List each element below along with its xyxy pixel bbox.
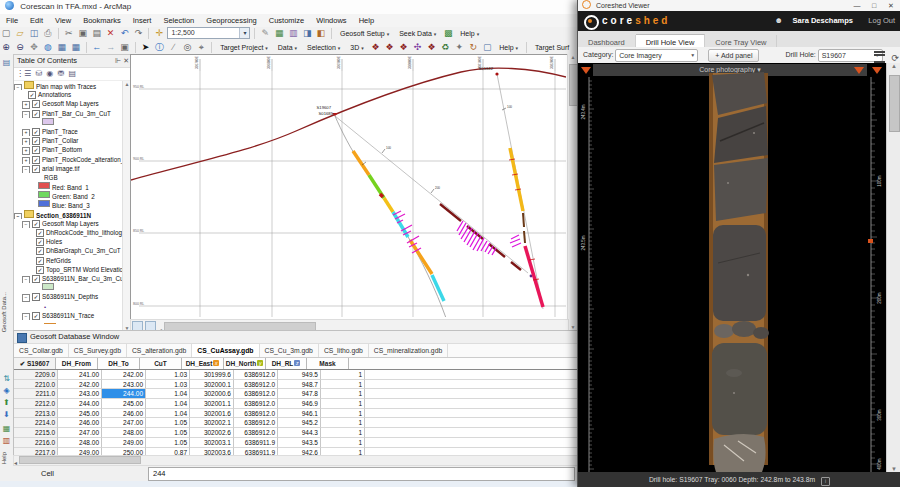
full-extent-icon[interactable]: ◍	[42, 41, 54, 53]
cell-depth[interactable]: 2210.0	[14, 380, 58, 390]
goto-xy-icon[interactable]: ⌖	[195, 41, 207, 53]
maximize-icon[interactable]: □	[867, 0, 881, 11]
menu-item[interactable]: Windows	[310, 14, 352, 27]
table-icon[interactable]: ▦	[273, 27, 285, 39]
db-grid-icon[interactable]: ▦	[1, 424, 12, 434]
table-row[interactable]: 2210.0 242.00 243.00 1.03 302000.1 63869…	[14, 380, 578, 390]
3d-menu[interactable]: 3D ▾	[346, 41, 367, 55]
menu-item[interactable]: Customize	[263, 14, 310, 27]
col-header-east[interactable]: DH_Eastx	[182, 358, 224, 369]
drillhole-select[interactable]: S19607▼	[818, 49, 883, 62]
target-section-icon[interactable]: ❖	[384, 41, 396, 53]
menu-item[interactable]: Edit	[24, 14, 49, 27]
cell-rl[interactable]: 946.1	[278, 409, 321, 419]
cell-east[interactable]: 301999.6	[190, 370, 234, 380]
menu-item[interactable]: Selection	[157, 14, 200, 27]
cell-to[interactable]: 242.00	[102, 370, 146, 380]
collar-point-s01642[interactable]	[495, 72, 498, 75]
cell-mask[interactable]: 1	[321, 438, 365, 448]
undo-icon[interactable]: ↶	[119, 27, 131, 39]
close-icon[interactable]: ✕	[884, 0, 898, 11]
magnifier-icon[interactable]: ▣	[119, 41, 131, 53]
cell-rl[interactable]: 947.8	[278, 389, 321, 399]
copy-icon[interactable]: ▣	[77, 27, 89, 39]
open-folder-icon[interactable]: ▱	[14, 27, 26, 39]
toc-header[interactable]: Table Of Contents ✕ ⊩	[14, 55, 131, 68]
cell-east[interactable]: 302002.6	[190, 428, 234, 438]
cell-rl[interactable]: 949.5	[278, 370, 321, 380]
menu-item[interactable]: View	[49, 14, 77, 27]
data-menu[interactable]: Data ▾	[274, 41, 301, 55]
plant-bar-swatch[interactable]	[14, 118, 123, 127]
menu-item[interactable]: File	[0, 14, 24, 27]
selection-menu[interactable]: Selection ▾	[303, 41, 344, 55]
geosoft-data-vertical-tab[interactable]: Geosoft Data...	[1, 292, 7, 332]
cell-north[interactable]: 6386912.0	[234, 399, 278, 409]
cell-mask[interactable]: 1	[321, 389, 365, 399]
db-tab[interactable]: CS_alteration.gdb	[127, 344, 192, 357]
db-window-titlebar[interactable]: Geosoft Database Window	[14, 331, 578, 344]
layer-section-bar[interactable]: −✓S6386911N_Bar_Cu_3m_CuT	[14, 274, 123, 283]
layer-plant-bottom[interactable]: +✓PlanT_Bottom	[14, 145, 123, 154]
cell-rl[interactable]: 945.2	[278, 418, 321, 428]
catalog-icon[interactable]: ▥	[287, 27, 299, 39]
table-row[interactable]: 2211.0 243.00 244.00 1.04 302000.6 63869…	[14, 389, 578, 399]
db-tab[interactable]: CS_litho.gdb	[319, 344, 369, 357]
col-header-north[interactable]: DH_Northy	[224, 358, 266, 369]
cell-mask[interactable]: 1	[321, 428, 365, 438]
fixed-zoom-in-icon[interactable]: ▦	[56, 41, 68, 53]
cell-depth[interactable]: 2216.0	[14, 438, 58, 448]
cell-east[interactable]: 302001.6	[190, 409, 234, 419]
col-header-hole[interactable]: ✔ S19607	[14, 358, 56, 369]
table-row[interactable]: 2209.0 241.00 242.00 1.03 301999.6 63869…	[14, 370, 578, 380]
layer-plant-collar[interactable]: +✓PlanT_Collar	[14, 136, 123, 145]
current-position-marker[interactable]	[868, 239, 873, 243]
cell-from[interactable]: 247.00	[58, 428, 102, 438]
cell-depth[interactable]: 2215.0	[14, 428, 58, 438]
cell-cut[interactable]: 1.05	[146, 428, 190, 438]
sublayer-item[interactable]: ✓DhRockCode_litho_lithology	[14, 228, 123, 237]
sublayer-item[interactable]: ✓RefGrids	[14, 256, 123, 265]
cell-depth[interactable]: 2211.0	[14, 389, 58, 399]
redo-icon[interactable]: ↷	[133, 27, 145, 39]
target-fence-icon[interactable]: ✣	[411, 41, 423, 53]
add-data-icon[interactable]: ✛	[153, 27, 165, 39]
rotate-icon[interactable]: ↻	[467, 41, 479, 53]
new-document-icon[interactable]: ▢	[0, 27, 12, 39]
minimize-icon[interactable]: —	[850, 0, 864, 11]
layer-geosoft-map-layers-1[interactable]: +✓Geosoft Map Layers	[14, 99, 123, 108]
cell-from[interactable]: 243.00	[58, 389, 102, 399]
cell-mask[interactable]: 1	[321, 418, 365, 428]
list-by-source-icon[interactable]: ⛁	[35, 69, 42, 78]
geosoft-tool-icon[interactable]: ▩	[442, 27, 454, 39]
cell-cut[interactable]: 1.03	[146, 370, 190, 380]
sublayer-item[interactable]: ✓Topo_SRTM World Elevation	[14, 265, 123, 274]
cell-north[interactable]: 6386912.0	[234, 409, 278, 419]
cell-status-value[interactable]: 244	[148, 467, 575, 481]
cell-mask[interactable]: 1	[321, 409, 365, 419]
col-header-rl[interactable]: DH_RLz	[266, 358, 307, 369]
cell-north[interactable]: 6386912.0	[234, 418, 278, 428]
cell-to[interactable]: 246.00	[102, 409, 146, 419]
cell-east[interactable]: 302003.1	[190, 438, 234, 448]
db-map-icon[interactable]: ◈	[1, 386, 12, 396]
cell-north[interactable]: 6386912.0	[234, 380, 278, 390]
db-tab[interactable]: CS_Collar.gdb	[14, 344, 69, 357]
user-name[interactable]: Sara Deschamps	[793, 16, 853, 25]
sublayer-item[interactable]: ✓Holes	[14, 237, 123, 246]
layer-plant-bar[interactable]: −✓PlanT_Bar_Cu_3m_CuT	[14, 109, 123, 118]
help-menu-tb1[interactable]: Help ▾	[456, 27, 483, 41]
help-menu-tb2[interactable]: Help ▾	[495, 41, 522, 55]
cell-north[interactable]: 6386912.0	[234, 428, 278, 438]
options-icon[interactable]: ▤	[69, 69, 77, 78]
table-row[interactable]: 2214.0 246.00 247.00 1.05 302002.1 63869…	[14, 418, 578, 428]
layer-plant-rockcode[interactable]: +✓PlanT_RockCode_alteration_ALTE	[14, 155, 123, 164]
cell-depth[interactable]: 2212.0	[14, 399, 58, 409]
cell-depth[interactable]: 2214.0	[14, 418, 58, 428]
cell-north[interactable]: 6386911.9	[234, 438, 278, 448]
section-bar-swatch[interactable]	[14, 283, 123, 292]
coreshed-scrollbar[interactable]: ▲▼	[886, 63, 900, 472]
python-icon[interactable]: ◧	[315, 27, 327, 39]
col-header-from[interactable]: DH_From	[56, 358, 98, 369]
cell-mask[interactable]: 1	[321, 370, 365, 380]
